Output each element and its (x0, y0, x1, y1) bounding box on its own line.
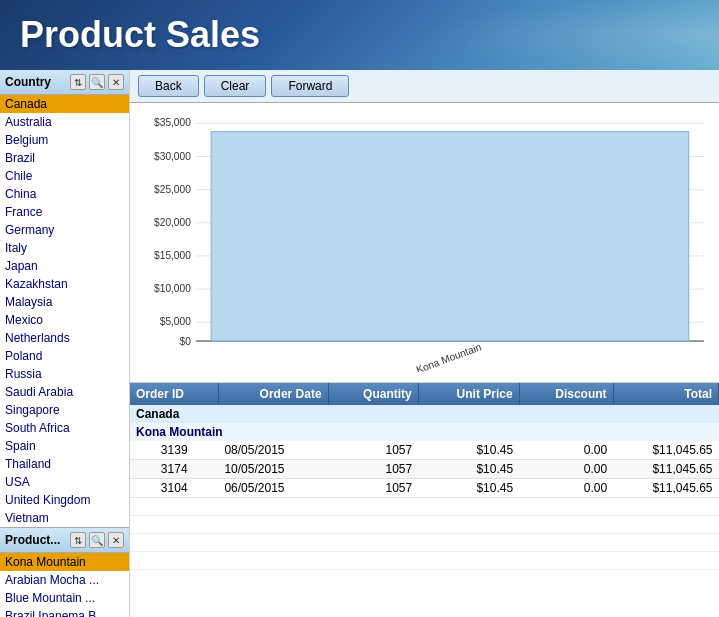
col-quantity: Quantity (328, 383, 418, 405)
country-clear-icon[interactable]: ✕ (108, 74, 124, 90)
table-group-header: Canada (130, 405, 719, 423)
country-item[interactable]: France (0, 203, 129, 221)
product-label: Product... (5, 533, 60, 547)
country-section-header: Country ⇅ 🔍 ✕ (0, 70, 129, 95)
svg-text:$20,000: $20,000 (154, 217, 191, 228)
product-section: Product... ⇅ 🔍 ✕ Kona MountainArabian Mo… (0, 528, 129, 617)
product-section-header: Product... ⇅ 🔍 ✕ (0, 528, 129, 553)
country-item[interactable]: Canada (0, 95, 129, 113)
table-header-row: Order ID Order Date Quantity Unit Price … (130, 383, 719, 405)
product-list: Kona MountainArabian Mocha ...Blue Mount… (0, 553, 129, 617)
col-total: Total (613, 383, 718, 405)
forward-button[interactable]: Forward (271, 75, 349, 97)
product-item[interactable]: Brazil Ipanema B... (0, 607, 129, 617)
toolbar: Back Clear Forward (130, 70, 719, 103)
clear-button[interactable]: Clear (204, 75, 267, 97)
table-empty-row (130, 516, 719, 534)
country-label: Country (5, 75, 51, 89)
col-order-date: Order Date (218, 383, 328, 405)
product-item[interactable]: Kona Mountain (0, 553, 129, 571)
back-button[interactable]: Back (138, 75, 199, 97)
country-item[interactable]: China (0, 185, 129, 203)
app-title: Product Sales (20, 14, 260, 56)
country-item[interactable]: USA (0, 473, 129, 491)
chart-svg: $35,000 $30,000 $25,000 $20,000 $15,000 … (140, 113, 709, 372)
svg-text:$30,000: $30,000 (154, 151, 191, 162)
product-search-icon[interactable]: 🔍 (89, 532, 105, 548)
country-item[interactable]: Belgium (0, 131, 129, 149)
data-table: Order ID Order Date Quantity Unit Price … (130, 383, 719, 570)
country-item[interactable]: Vietnam (0, 509, 129, 527)
country-item[interactable]: Singapore (0, 401, 129, 419)
product-clear-icon[interactable]: ✕ (108, 532, 124, 548)
svg-text:$25,000: $25,000 (154, 184, 191, 195)
product-sort-icon[interactable]: ⇅ (70, 532, 86, 548)
country-item[interactable]: Poland (0, 347, 129, 365)
country-item[interactable]: Germany (0, 221, 129, 239)
country-item[interactable]: Spain (0, 437, 129, 455)
country-item[interactable]: Brazil (0, 149, 129, 167)
col-unit-price: Unit Price (418, 383, 519, 405)
col-order-id: Order ID (130, 383, 218, 405)
table-row: 310406/05/20151057$10.450.00$11,045.65 (130, 479, 719, 498)
right-panel: Back Clear Forward $35,000 $30,000 $25,0… (130, 70, 719, 617)
app-header: Product Sales (0, 0, 719, 70)
country-sort-icon[interactable]: ⇅ (70, 74, 86, 90)
svg-text:$35,000: $35,000 (154, 117, 191, 128)
country-item[interactable]: Australia (0, 113, 129, 131)
table-subgroup-header: Kona Mountain (130, 423, 719, 441)
country-item[interactable]: Italy (0, 239, 129, 257)
chart-area: $35,000 $30,000 $25,000 $20,000 $15,000 … (130, 103, 719, 383)
main-area: Country ⇅ 🔍 ✕ CanadaAustraliaBelgiumBraz… (0, 70, 719, 617)
table-empty-row (130, 534, 719, 552)
svg-text:$10,000: $10,000 (154, 283, 191, 294)
country-item[interactable]: Malaysia (0, 293, 129, 311)
product-item[interactable]: Arabian Mocha ... (0, 571, 129, 589)
product-header-icons: ⇅ 🔍 ✕ (70, 532, 124, 548)
data-table-container: Order ID Order Date Quantity Unit Price … (130, 383, 719, 617)
left-panel: Country ⇅ 🔍 ✕ CanadaAustraliaBelgiumBraz… (0, 70, 130, 617)
country-item[interactable]: Netherlands (0, 329, 129, 347)
country-item[interactable]: United Kingdom (0, 491, 129, 509)
col-discount: Discount (519, 383, 613, 405)
country-header-icons: ⇅ 🔍 ✕ (70, 74, 124, 90)
table-empty-row (130, 498, 719, 516)
country-item[interactable]: South Africa (0, 419, 129, 437)
svg-text:$5,000: $5,000 (160, 316, 191, 327)
svg-text:Kona Mountain: Kona Mountain (415, 341, 483, 372)
country-item[interactable]: Saudi Arabia (0, 383, 129, 401)
table-row: 313908/05/20151057$10.450.00$11,045.65 (130, 441, 719, 460)
product-item[interactable]: Blue Mountain ... (0, 589, 129, 607)
svg-rect-16 (211, 132, 689, 341)
svg-text:$15,000: $15,000 (154, 250, 191, 261)
table-row: 317410/05/20151057$10.450.00$11,045.65 (130, 460, 719, 479)
table-empty-row (130, 552, 719, 570)
country-section: Country ⇅ 🔍 ✕ CanadaAustraliaBelgiumBraz… (0, 70, 129, 528)
country-item[interactable]: Thailand (0, 455, 129, 473)
country-item[interactable]: Japan (0, 257, 129, 275)
svg-text:$0: $0 (180, 336, 192, 347)
country-item[interactable]: Kazakhstan (0, 275, 129, 293)
country-search-icon[interactable]: 🔍 (89, 74, 105, 90)
country-item[interactable]: Mexico (0, 311, 129, 329)
country-item[interactable]: Chile (0, 167, 129, 185)
country-list: CanadaAustraliaBelgiumBrazilChileChinaFr… (0, 95, 129, 527)
country-item[interactable]: Russia (0, 365, 129, 383)
